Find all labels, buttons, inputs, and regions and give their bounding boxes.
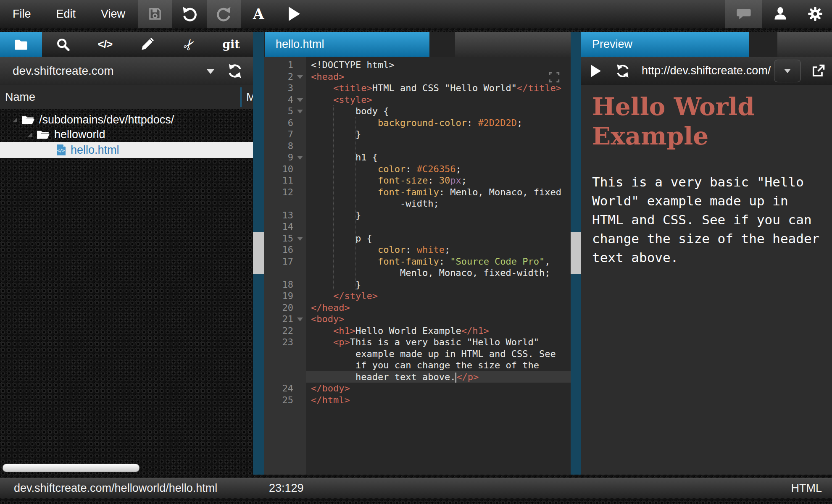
code-area[interactable]: 1<!DOCTYPE html>2<head>3 <title>HTML and… [264, 57, 571, 475]
code-line[interactable]: header text above.</p> [264, 371, 571, 383]
menubar: FileEditView [0, 0, 832, 28]
tabbar-empty-space [455, 32, 571, 57]
tab-search[interactable] [42, 32, 84, 57]
editor-tab-hello-html[interactable]: hello.html [265, 32, 429, 57]
account-button[interactable] [762, 0, 798, 28]
tree-column-headers: Name M [0, 85, 253, 109]
fold-arrow-icon[interactable] [297, 156, 303, 160]
fold-arrow-icon[interactable] [297, 110, 303, 113]
expander-icon[interactable] [13, 118, 17, 122]
line-number: 24 [282, 383, 294, 394]
code-line[interactable]: 15 p { [264, 233, 571, 244]
tree-row-hello-html[interactable]: </>hello.html [0, 142, 253, 158]
preview-heading: Hello World Example [592, 92, 832, 151]
preview-tab[interactable]: Preview [581, 32, 749, 57]
code-line[interactable]: if you can change the size of the [264, 360, 571, 371]
tab-files[interactable] [0, 32, 42, 57]
preview-page: Hello World Example This is a very basic… [581, 85, 832, 475]
code-line[interactable]: 11 font-size: 30px; [264, 175, 571, 186]
tab-cut[interactable]: ✂ [168, 32, 210, 57]
column-separator[interactable] [240, 87, 242, 107]
menu-edit[interactable]: Edit [44, 0, 89, 28]
line-number: 15 [282, 233, 294, 244]
tree-label: hello.html [71, 144, 119, 157]
editor-preview-splitter[interactable] [571, 32, 581, 475]
preview-refresh-button[interactable] [609, 57, 637, 85]
code-line[interactable]: 17 font-family: "Source Code Pro", [264, 256, 571, 268]
code-line[interactable]: 21<body> [264, 313, 571, 325]
line-number: 23 [282, 336, 294, 348]
tabbar-empty-space [777, 32, 832, 57]
line-number: 5 [288, 105, 293, 117]
chat-button[interactable] [725, 0, 762, 28]
menu-file[interactable]: File [0, 0, 44, 28]
undo-button[interactable] [172, 0, 207, 28]
tree-row-helloworld[interactable]: helloworld [0, 127, 253, 142]
code-line[interactable]: 13 } [264, 210, 571, 221]
app-window: FileEditView [0, 0, 832, 504]
code-rows: 1<!DOCTYPE html>2<head>3 <title>HTML and… [264, 57, 571, 406]
chevron-down-icon[interactable] [207, 69, 214, 74]
undo-icon [182, 6, 197, 22]
url-dropdown-button[interactable] [774, 60, 801, 82]
redo-button[interactable] [207, 0, 241, 28]
code-line[interactable]: 25</html> [264, 394, 571, 406]
code-line[interactable]: 19 </style> [264, 290, 571, 302]
column-name[interactable]: Name [5, 85, 35, 109]
code-line[interactable]: 1<!DOCTYPE html> [264, 59, 571, 71]
tree-row-subdomains-dev-httpdocs[interactable]: /subdomains/dev/httpdocs/ [0, 113, 253, 127]
code-line[interactable]: 5 body { [264, 105, 571, 117]
tab-git[interactable]: git [210, 32, 252, 57]
statusbar-language-mode[interactable]: HTML [791, 478, 822, 498]
refresh-tree-button[interactable] [227, 63, 243, 79]
code-line[interactable]: 24</body> [264, 383, 571, 394]
menu-view[interactable]: View [88, 0, 138, 28]
fold-arrow-icon[interactable] [297, 98, 303, 102]
code-line[interactable]: -width; [264, 198, 571, 210]
line-number: 7 [288, 129, 293, 140]
open-external-button[interactable] [804, 57, 832, 85]
code-line[interactable]: 23 <p>This is a very basic "Hello World" [264, 336, 571, 348]
save-button[interactable] [138, 0, 172, 28]
preview-url-field[interactable]: http://dev.shiftcreate.com/helloworld/he… [637, 57, 771, 85]
code-line[interactable]: 7 } [264, 129, 571, 140]
line-number: 4 [288, 94, 293, 106]
site-selector[interactable]: dev.shiftcreate.com [0, 57, 253, 85]
run-button[interactable] [276, 0, 310, 28]
code-line[interactable]: example made up in HTML and CSS. See [264, 348, 571, 360]
code-line[interactable]: 12 font-family: Menlo, Monaco, fixed [264, 186, 571, 198]
fold-arrow-icon[interactable] [297, 318, 303, 321]
redo-icon [216, 6, 232, 22]
font-button[interactable]: A [241, 0, 276, 28]
splitter-handle[interactable] [253, 232, 264, 274]
code-line[interactable]: 3 <title>HTML and CSS "Hello World"</tit… [264, 82, 571, 94]
column-modified-clipped[interactable]: M [246, 85, 253, 109]
settings-button[interactable] [798, 0, 832, 28]
file-tree: /subdomains/dev/httpdocs/helloworld</>he… [0, 109, 253, 475]
scissors-icon: ✂ [179, 34, 199, 54]
preview-run-button[interactable] [581, 57, 609, 85]
preview-panel: Preview http://dev.shiftcreate.com/hello… [581, 32, 832, 475]
code-line[interactable]: 4 <style> [264, 94, 571, 106]
code-line[interactable]: 16 color: white; [264, 244, 571, 256]
fold-arrow-icon[interactable] [297, 75, 303, 79]
code-line[interactable]: 20</head> [264, 302, 571, 314]
code-line[interactable]: 10 color: #C26356; [264, 163, 571, 175]
sidebar-horizontal-scrollbar[interactable] [3, 464, 140, 472]
tab-code[interactable]: </> [84, 32, 126, 57]
splitter-handle[interactable] [571, 232, 581, 274]
code-line[interactable]: 18 } [264, 279, 571, 291]
code-line[interactable]: 22 <h1>Hello World Example</h1> [264, 325, 571, 337]
fullscreen-icon[interactable] [548, 71, 561, 84]
code-line[interactable]: 14 [264, 221, 571, 233]
code-line[interactable]: 8 [264, 140, 571, 152]
tab-edit[interactable] [126, 32, 168, 57]
code-line[interactable]: 2<head> [264, 71, 571, 83]
fold-arrow-icon[interactable] [297, 237, 303, 241]
code-line[interactable]: 6 background-color: #2D2D2D; [264, 117, 571, 129]
code-line[interactable]: 9 h1 { [264, 152, 571, 163]
line-number: 10 [282, 163, 294, 175]
sidebar-editor-splitter[interactable] [253, 32, 264, 475]
expander-icon[interactable] [28, 132, 32, 137]
code-line[interactable]: Menlo, Monaco, fixed-width; [264, 267, 571, 279]
